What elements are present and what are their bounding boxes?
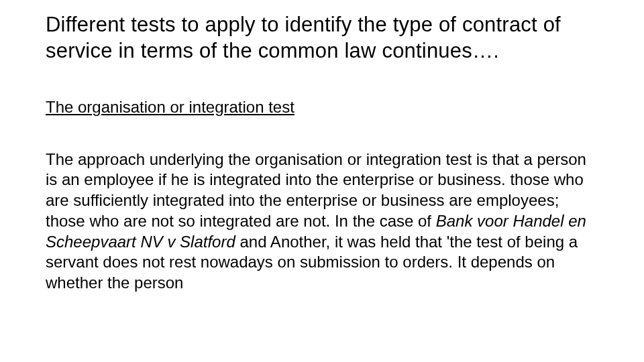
body-paragraph: The approach underlying the organisation…	[46, 149, 598, 294]
section-subheading: The organisation or integration test	[46, 97, 598, 117]
slide: Different tests to apply to identify the…	[0, 0, 644, 362]
slide-title: Different tests to apply to identify the…	[46, 12, 598, 64]
